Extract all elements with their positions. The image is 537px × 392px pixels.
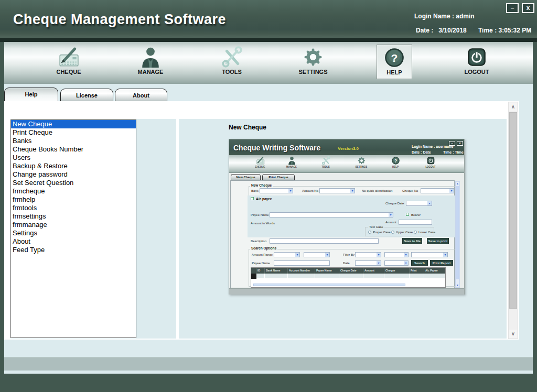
grid-header: Cheque Date: [339, 268, 363, 274]
list-item[interactable]: frmcheque: [11, 187, 136, 195]
tab-license[interactable]: License: [60, 89, 113, 102]
close-button[interactable]: x: [522, 3, 534, 13]
dropdown-arrow-icon: ▾: [389, 213, 393, 217]
list-item[interactable]: frmtools: [11, 204, 136, 212]
mini-no-quick-label: No quick identification: [362, 189, 392, 192]
mini-ac-payee-label: A/c payee: [256, 197, 272, 201]
dropdown-arrow-icon: ▾: [288, 189, 293, 193]
list-item[interactable]: Users: [11, 154, 136, 162]
content-area: Help License About New Cheque Print Cheq…: [4, 84, 533, 374]
logout-icon: [426, 156, 435, 165]
mini-search-date-label: Date: [343, 262, 350, 265]
toolbar-button-logout[interactable]: LOGOUT: [459, 45, 495, 79]
dropdown-arrow-icon: ▾: [404, 261, 408, 265]
app-window: Cheque Management Software – x Login Nam…: [0, 0, 537, 392]
grid-cell: [410, 274, 424, 279]
list-item[interactable]: Backup & Restore: [11, 162, 136, 170]
tab-help[interactable]: Help: [4, 88, 58, 102]
vertical-scrollbar[interactable]: ∧ ∨: [508, 102, 518, 339]
mini-date-label: Date : Date: [412, 150, 431, 154]
mini-search-options-label: Search Options: [250, 246, 277, 250]
list-item[interactable]: frmsettings: [11, 212, 136, 221]
toolbar-button-help[interactable]: HELP: [377, 45, 412, 79]
mini-search-button: Search: [411, 260, 428, 266]
status-strip: [4, 357, 533, 371]
mini-upper-case-radio: [391, 231, 394, 234]
toolbar-button-cheque[interactable]: CHEQUE: [51, 45, 87, 79]
scroll-up-icon[interactable]: ∧: [509, 103, 517, 111]
dropdown-arrow-icon: ▾: [427, 201, 432, 205]
scroll-down-icon[interactable]: ∨: [509, 330, 517, 338]
mini-text-case-label: Text Case: [368, 225, 384, 228]
mini-vertical-scrollbar: ▲ ▼: [455, 181, 460, 288]
minimize-button[interactable]: –: [506, 3, 519, 13]
mini-toolbar-settings: SETTINGS: [351, 156, 372, 168]
list-item[interactable]: Banks: [11, 137, 136, 145]
title-bar: Cheque Management Software – x Login Nam…: [0, 0, 537, 38]
mini-cheque-date-dropdown: ▾: [406, 201, 432, 206]
grid-cell: [288, 274, 315, 279]
mini-upper-case-label: Upper Case: [396, 231, 413, 234]
list-item[interactable]: About: [11, 237, 136, 246]
list-item[interactable]: Cheque Books Number: [11, 145, 136, 154]
tab-about[interactable]: About: [115, 89, 167, 102]
mini-account-label: Account No: [302, 189, 318, 192]
mini-time-label: Time : Time: [443, 150, 464, 154]
dropdown-arrow-icon: ▾: [404, 253, 408, 257]
list-item[interactable]: frmhelp: [11, 195, 136, 204]
mini-account-dropdown: ▾: [319, 188, 355, 193]
grid-cell: [339, 274, 363, 279]
grid-cell: [424, 274, 445, 279]
logout-icon: [466, 46, 488, 68]
toolbar-button-manage[interactable]: MANAGE: [133, 45, 168, 79]
mini-app-title: Cheque Writing Software: [233, 144, 320, 152]
help-topics-listbox[interactable]: New Cheque Print Cheque Banks Cheque Boo…: [10, 119, 136, 338]
settings-icon: [302, 46, 324, 68]
mini-bearer-checkbox: [406, 213, 409, 216]
dropdown-arrow-icon: ▾: [377, 253, 381, 257]
list-item[interactable]: Feed Type: [11, 246, 136, 254]
cheque-icon: [256, 156, 265, 165]
toolbar-button-tools[interactable]: TOOLS: [214, 45, 250, 79]
scrollbar-thumb[interactable]: [509, 112, 517, 309]
mini-lower-case-radio: [414, 231, 417, 234]
list-item[interactable]: Change password: [11, 170, 136, 179]
mini-login-label: Login Name : username: [412, 145, 453, 148]
dropdown-arrow-icon: ▾: [325, 253, 329, 257]
tools-icon: [221, 46, 243, 68]
list-item[interactable]: Print Cheque: [11, 128, 136, 137]
mini-lower-case-label: Lower Case: [418, 231, 435, 234]
help-page-panel: New Cheque Print Cheque Banks Cheque Boo…: [4, 101, 519, 340]
topic-heading: New Cheque: [229, 124, 266, 131]
manage-icon: [287, 156, 296, 165]
mini-filter-dropdown-3: ▾: [411, 252, 448, 257]
mini-minimize-button: –: [449, 141, 455, 146]
mini-search-payee-input: [274, 260, 330, 266]
topic-preview-panel: New Cheque Cheque Writing Software Versi…: [179, 119, 507, 339]
time-value: 3:05:32 PM: [498, 27, 531, 34]
titlebar-separator: [0, 38, 537, 42]
mini-proper-case-radio: [368, 231, 371, 234]
scroll-up-icon: ▲: [456, 182, 459, 186]
toolbar-button-settings[interactable]: SETTINGS: [295, 45, 331, 79]
mini-toolbar-logout: LOGOUT: [420, 156, 441, 168]
mini-ac-payee-checkbox: [251, 197, 254, 200]
list-item[interactable]: New Cheque: [11, 120, 136, 128]
grid-cell: [265, 274, 288, 279]
dropdown-arrow-icon: ▾: [443, 253, 447, 257]
list-item[interactable]: frmmanage: [11, 221, 136, 229]
list-item[interactable]: Set Secret Question: [11, 179, 136, 187]
mini-amount-range-dropdown-1: ▾: [274, 252, 300, 257]
mini-toolbar-manage: MANAGE: [281, 156, 302, 168]
grid-header: Bank Name: [265, 268, 288, 274]
mini-form-body: New Cheque Bank ▾ Account No ▾ No quick …: [230, 180, 455, 288]
grid-header: Print: [410, 268, 424, 274]
grid-header: A/c Payee: [424, 268, 445, 274]
mini-toolbar-cheque: CHEQUE: [250, 156, 271, 168]
grid-header: Amount: [363, 268, 384, 274]
mini-filter-dropdown-1: ▾: [355, 252, 381, 257]
grid-header: Payee Name: [315, 268, 339, 274]
list-item[interactable]: Settings: [11, 229, 136, 237]
mini-cheque-date-label: Cheque Date: [385, 202, 404, 205]
mini-toolbar-tools: TOOLS: [315, 156, 336, 168]
